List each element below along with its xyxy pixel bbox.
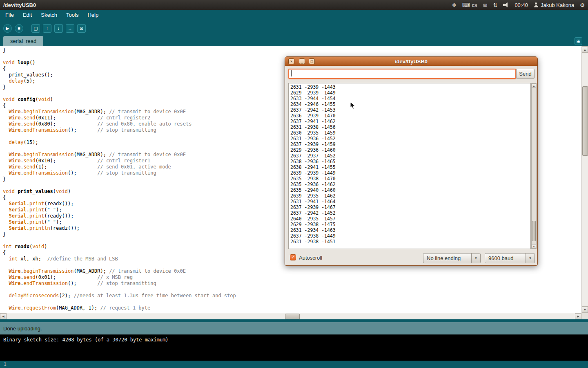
scroll-up-button[interactable]: ▲: [582, 46, 588, 53]
code-line: [3, 287, 581, 293]
serial-line: 2633 -2944 -1454: [290, 96, 529, 101]
line-ending-value: No line ending: [423, 254, 471, 263]
menu-item-edit[interactable]: Edit: [18, 10, 36, 20]
serial-scrollbar[interactable]: ▲ ▼: [531, 83, 537, 249]
text-caret: [291, 70, 292, 76]
editor-horizontal-scrollbar[interactable]: ◀ ▶: [0, 313, 581, 319]
serial-window-body: Send 2631 -2939 -14432629 -2939 -1449263…: [285, 66, 537, 265]
serial-output[interactable]: 2631 -2939 -14432629 -2939 -14492633 -29…: [288, 83, 531, 249]
volume-indicator[interactable]: [503, 2, 509, 7]
code-line: }: [3, 47, 581, 54]
serial-scroll-thumb[interactable]: [532, 221, 536, 241]
tab-bar: serial_read ⊞: [0, 36, 588, 46]
baud-value: 9600 baud: [485, 254, 526, 263]
serial-monitor-window: × ▁ □ /dev/ttyUSB0 Send 2631 -2939 -1443…: [285, 56, 538, 266]
scroll-left-button[interactable]: ◀: [0, 313, 7, 319]
serial-line: 2635 -2938 -1470: [290, 176, 529, 182]
serial-line: 2629 -2936 -1460: [290, 147, 529, 153]
network-indicator[interactable]: ⇅: [493, 2, 497, 8]
serial-line: 2639 -2935 -1462: [290, 193, 529, 199]
menu-item-sketch[interactable]: Sketch: [36, 10, 62, 20]
horizontal-scroll-thumb[interactable]: [285, 314, 300, 319]
serial-line: 2631 -2939 -1443: [290, 84, 529, 90]
serial-line: 2635 -2940 -1460: [290, 187, 529, 193]
serial-line: 2635 -2936 -1462: [290, 182, 529, 187]
updown-arrows-icon: ⇅: [493, 2, 497, 8]
serial-line: 2638 -2936 -1465: [290, 159, 529, 164]
top-panel: /dev/ttyUSB0 ❖⌨cs✉⇅00:40Jakub Kakona⚙: [0, 0, 588, 10]
keyboard-icon: ⌨: [462, 2, 470, 8]
menu-item-tools[interactable]: Tools: [62, 10, 83, 20]
serial-line: 2631 -2938 -1456: [290, 124, 529, 130]
scroll-right-button[interactable]: ▶: [575, 313, 581, 319]
save-button[interactable]: ↓: [54, 24, 63, 33]
right-arrow-icon: →: [68, 26, 72, 31]
code-line: Wire.requestFrom(MAG_ADDR, 1); // reques…: [3, 305, 581, 311]
user-menu[interactable]: Jakub Kakona: [534, 2, 574, 8]
mail-indicator[interactable]: ✉: [483, 2, 488, 8]
line-number-strip: 1: [0, 361, 588, 368]
serial-line: 2634 -2946 -1455: [290, 101, 529, 107]
chevron-down-icon: ▼: [471, 254, 480, 263]
gear-icon: ⚙: [580, 2, 585, 8]
serial-line: 2636 -2939 -1470: [290, 113, 529, 119]
up-arrow-icon: ↑: [46, 26, 49, 31]
menu-item-help[interactable]: Help: [83, 10, 103, 20]
baud-select[interactable]: 9600 baud ▼: [485, 253, 535, 263]
send-button[interactable]: Send: [516, 69, 535, 79]
scrollbar-corner: [581, 313, 588, 319]
verify-button[interactable]: ▶: [3, 24, 12, 33]
serial-line: 2629 -2938 -1475: [290, 222, 529, 227]
scroll-down-button[interactable]: ▼: [582, 306, 588, 313]
line-number: 1: [4, 361, 7, 367]
serial-input[interactable]: [288, 69, 516, 79]
new-file-icon: ▢: [33, 26, 38, 31]
dropbox-icon: ❖: [452, 2, 457, 8]
close-button[interactable]: ×: [288, 58, 294, 64]
vertical-scroll-thumb[interactable]: [582, 86, 588, 156]
editor-vertical-scrollbar[interactable]: ▲ ▼: [581, 46, 588, 313]
session-menu[interactable]: ⚙: [580, 2, 585, 8]
serial-scroll-down-button[interactable]: ▼: [532, 244, 536, 249]
console-output: Binary sketch size: 4208 bytes (of a 307…: [0, 334, 588, 361]
upload-button[interactable]: →: [66, 24, 74, 33]
check-icon: ✓: [291, 255, 295, 260]
serial-line: 2631 -2938 -1451: [290, 239, 529, 245]
serial-scroll-up-button[interactable]: ▲: [532, 83, 536, 88]
dropbox-indicator[interactable]: ❖: [452, 2, 457, 8]
minimize-button[interactable]: ▁: [299, 58, 305, 64]
serial-window-titlebar[interactable]: × ▁ □ /dev/ttyUSB0: [285, 57, 537, 66]
menu-item-file[interactable]: File: [1, 10, 18, 20]
play-icon: ▶: [6, 26, 9, 31]
stop-button[interactable]: ■: [15, 24, 23, 33]
serial-line: 2629 -2939 -1449: [290, 90, 529, 96]
autoscroll-label: Autoscroll: [299, 255, 322, 261]
serial-line: 2637 -2939 -1467: [290, 204, 529, 210]
open-button[interactable]: ↑: [43, 24, 51, 33]
volume-icon: [503, 2, 509, 7]
serial-line: 2637 -2942 -1452: [290, 210, 529, 216]
serial-line: 2637 -2941 -1462: [290, 119, 529, 124]
line-ending-select[interactable]: No line ending ▼: [423, 253, 481, 263]
serial-line: 2639 -2939 -1449: [290, 170, 529, 176]
autoscroll-checkbox[interactable]: ✓: [290, 254, 296, 260]
keyboard-layout-indicator[interactable]: ⌨cs: [462, 2, 477, 8]
status-message: Done uploading.: [3, 325, 42, 332]
serial-line: 2638 -2941 -1455: [290, 164, 529, 170]
clock[interactable]: 00:40: [514, 2, 528, 8]
new-sketch-button[interactable]: ▢: [31, 24, 40, 33]
clock-label: 00:40: [514, 2, 528, 8]
keyboard-layout-indicator-label: cs: [472, 2, 477, 8]
maximize-button[interactable]: □: [309, 58, 315, 64]
serial-line: 2630 -2935 -1459: [290, 130, 529, 136]
tab-label: serial_read: [10, 38, 36, 44]
serial-window-title: /dev/ttyUSB0: [285, 58, 537, 65]
serial-monitor-button[interactable]: ⊡: [77, 24, 86, 33]
serial-line: 2637 -2942 -1453: [290, 107, 529, 113]
serial-monitor-toggle-button[interactable]: ⊞: [575, 37, 582, 45]
stop-icon: ■: [18, 26, 20, 31]
tab-serial-read[interactable]: serial_read: [3, 36, 43, 46]
toolbar: ▶■▢↑↓→⊡: [0, 20, 588, 36]
user-menu-label: Jakub Kakona: [541, 2, 574, 8]
serial-line: 2631 -2936 -1452: [290, 136, 529, 141]
